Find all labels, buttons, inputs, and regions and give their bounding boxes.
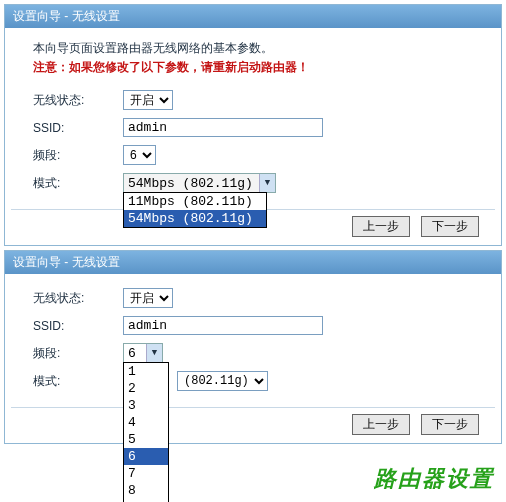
panel-content: 本向导页面设置路由器无线网络的基本参数。 注意：如果您修改了以下参数，请重新启动…: [5, 28, 501, 209]
wireless-label: 无线状态:: [33, 290, 123, 307]
channel-option[interactable]: 4: [124, 414, 168, 431]
prev-button[interactable]: 上一步: [352, 216, 410, 237]
channel-label: 频段:: [33, 147, 123, 164]
channel-select[interactable]: 6 ▼: [123, 343, 163, 363]
mode-select[interactable]: (802.11g): [177, 371, 268, 391]
channel-option[interactable]: 8: [124, 482, 168, 499]
watermark-text: 路由器设置: [374, 464, 494, 494]
wizard-panel-2: 设置向导 - 无线设置 无线状态: 开启 SSID: 频段: 6 ▼ 12345…: [4, 250, 502, 444]
channel-dropdown: 12345678910111213: [123, 362, 169, 502]
wireless-status-select[interactable]: 开启: [123, 288, 173, 308]
intro-text: 本向导页面设置路由器无线网络的基本参数。: [33, 40, 473, 57]
ssid-input[interactable]: [123, 316, 323, 335]
warning-text: 注意：如果您修改了以下参数，请重新启动路由器！: [33, 59, 473, 76]
mode-select[interactable]: 54Mbps (802.11g) ▼: [123, 173, 276, 193]
mode-label: 模式:: [33, 175, 123, 192]
mode-label: 模式:: [33, 373, 123, 390]
ssid-label: SSID:: [33, 319, 123, 333]
channel-option[interactable]: 1: [124, 363, 168, 380]
prev-button[interactable]: 上一步: [352, 414, 410, 435]
channel-option[interactable]: 3: [124, 397, 168, 414]
channel-option[interactable]: 7: [124, 465, 168, 482]
mode-option[interactable]: 11Mbps (802.11b): [124, 193, 266, 210]
channel-option[interactable]: 6: [124, 448, 168, 465]
chevron-down-icon: ▼: [259, 174, 275, 192]
wireless-label: 无线状态:: [33, 92, 123, 109]
next-button[interactable]: 下一步: [421, 414, 479, 435]
panel-content: 无线状态: 开启 SSID: 频段: 6 ▼ 12345678910111213…: [5, 274, 501, 407]
wireless-status-select[interactable]: 开启: [123, 90, 173, 110]
wizard-panel-1: 设置向导 - 无线设置 本向导页面设置路由器无线网络的基本参数。 注意：如果您修…: [4, 4, 502, 246]
channel-select[interactable]: 6: [123, 145, 156, 165]
channel-option[interactable]: 5: [124, 431, 168, 448]
panel-title: 设置向导 - 无线设置: [5, 5, 501, 28]
mode-dropdown: 11Mbps (802.11b) 54Mbps (802.11g): [123, 192, 267, 228]
ssid-input[interactable]: [123, 118, 323, 137]
panel-title: 设置向导 - 无线设置: [5, 251, 501, 274]
channel-option[interactable]: 2: [124, 380, 168, 397]
mode-option[interactable]: 54Mbps (802.11g): [124, 210, 266, 227]
chevron-down-icon: ▼: [146, 344, 162, 362]
ssid-label: SSID:: [33, 121, 123, 135]
next-button[interactable]: 下一步: [421, 216, 479, 237]
channel-label: 频段:: [33, 345, 123, 362]
button-bar: 上一步 下一步: [11, 407, 495, 443]
